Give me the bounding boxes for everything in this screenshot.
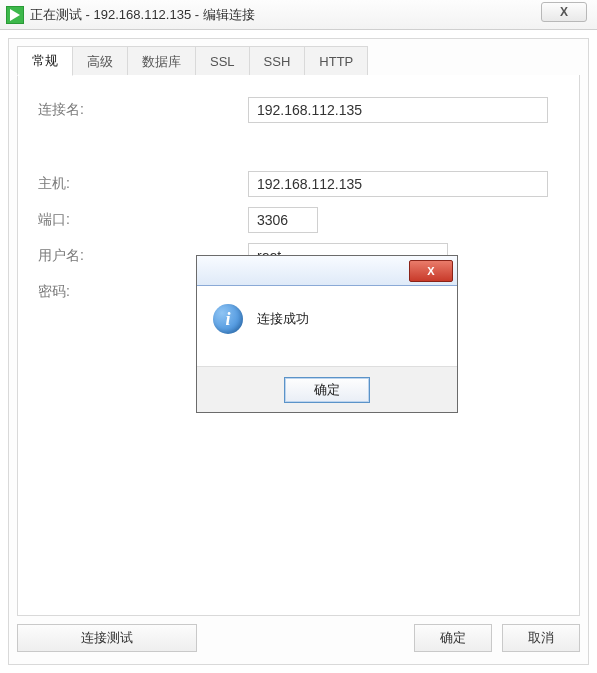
label-host: 主机:	[38, 175, 248, 193]
cancel-button[interactable]: 取消	[502, 624, 580, 652]
label-connection-name: 连接名:	[38, 101, 248, 119]
input-connection-name[interactable]	[248, 97, 548, 123]
ok-button[interactable]: 确定	[414, 624, 492, 652]
message-box: X i 连接成功 确定	[196, 255, 458, 413]
message-close-button[interactable]: X	[409, 260, 453, 282]
tab-general[interactable]: 常规	[17, 46, 73, 76]
input-host[interactable]	[248, 171, 548, 197]
info-icon: i	[213, 304, 243, 334]
dialog-button-bar: 连接测试 确定 取消	[17, 620, 580, 656]
tab-advanced[interactable]: 高级	[72, 46, 128, 76]
tab-strip: 常规 高级 数据库 SSL SSH HTTP	[17, 46, 580, 76]
message-text: 连接成功	[257, 304, 309, 328]
tab-ssl[interactable]: SSL	[195, 46, 250, 76]
app-icon	[6, 6, 24, 24]
title-bar: 正在测试 - 192.168.112.135 - 编辑连接 X	[0, 0, 597, 30]
label-port: 端口:	[38, 211, 248, 229]
input-port[interactable]	[248, 207, 318, 233]
tab-http[interactable]: HTTP	[304, 46, 368, 76]
tab-ssh[interactable]: SSH	[249, 46, 306, 76]
test-connection-button[interactable]: 连接测试	[17, 624, 197, 652]
tab-database[interactable]: 数据库	[127, 46, 196, 76]
window-title: 正在测试 - 192.168.112.135 - 编辑连接	[30, 6, 255, 24]
message-ok-button[interactable]: 确定	[284, 377, 370, 403]
message-title-bar: X	[197, 256, 457, 286]
window-close-button[interactable]: X	[541, 2, 587, 22]
